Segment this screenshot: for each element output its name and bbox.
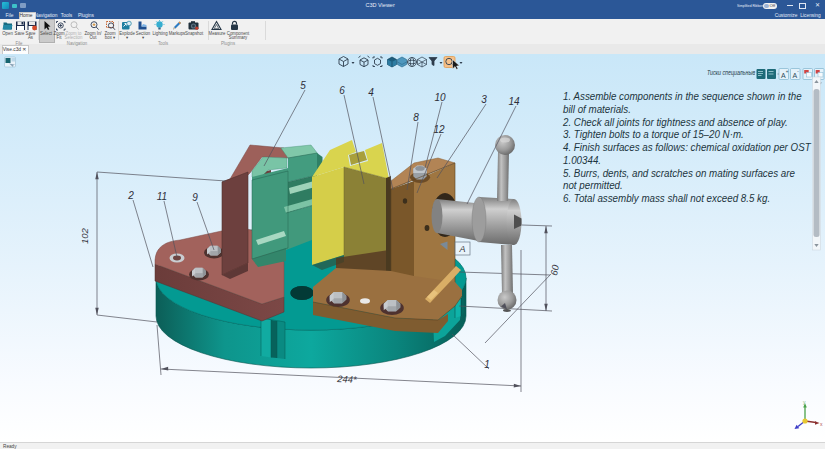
svg-text:102: 102 — [79, 227, 90, 244]
svg-text:12: 12 — [433, 124, 445, 135]
svg-text:10: 10 — [434, 92, 446, 103]
svg-text:60: 60 — [548, 263, 561, 276]
svg-text:11: 11 — [157, 191, 167, 202]
svg-text:1: 1 — [484, 359, 490, 370]
svg-text:9: 9 — [192, 192, 198, 203]
svg-text:4: 4 — [368, 87, 374, 98]
svg-text:8: 8 — [413, 112, 419, 123]
svg-text:3: 3 — [481, 94, 487, 105]
svg-text:14: 14 — [508, 96, 520, 107]
svg-text:2: 2 — [127, 190, 134, 201]
svg-text:+: + — [786, 69, 789, 74]
svg-text:A: A — [459, 244, 466, 254]
svg-text:x: x — [820, 421, 823, 427]
svg-text:y: y — [803, 399, 806, 405]
svg-text:244*: 244* — [336, 373, 357, 385]
svg-text:6: 6 — [339, 85, 345, 96]
svg-text:5: 5 — [300, 80, 306, 91]
